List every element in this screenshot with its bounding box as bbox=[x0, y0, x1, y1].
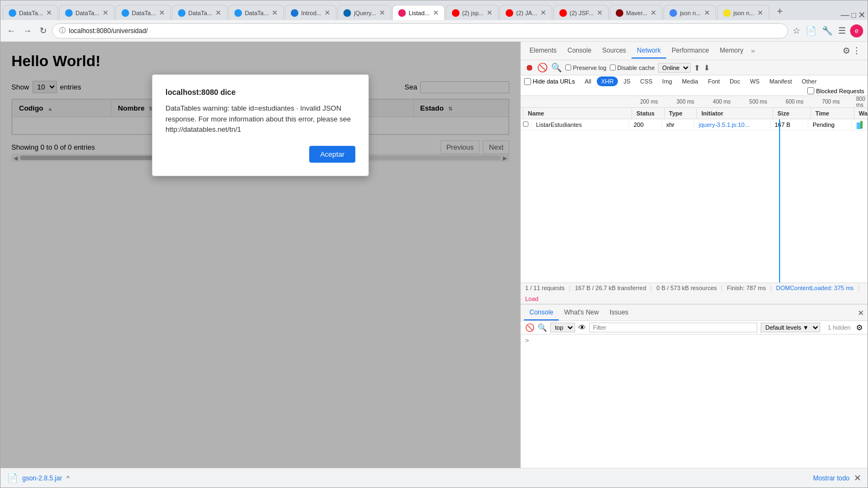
header-size[interactable]: Size bbox=[773, 108, 811, 119]
disable-cache-checkbox[interactable] bbox=[610, 65, 616, 70]
new-tab-button[interactable]: + bbox=[773, 6, 787, 17]
filter-doc[interactable]: Doc bbox=[725, 76, 745, 86]
tab-close-11[interactable]: ✕ bbox=[597, 9, 603, 17]
window-maximize[interactable]: □ bbox=[852, 11, 856, 20]
tab-3[interactable]: DataTa... ✕ bbox=[116, 5, 171, 20]
clear-button[interactable]: 🚫 bbox=[537, 62, 548, 73]
tab-close-7[interactable]: ✕ bbox=[379, 9, 385, 17]
tab-close-6[interactable]: ✕ bbox=[324, 9, 330, 17]
blocked-requests-checkbox[interactable] bbox=[807, 87, 814, 94]
filter-font[interactable]: Font bbox=[704, 76, 724, 86]
throttle-select[interactable]: Online bbox=[658, 63, 691, 73]
show-all-downloads[interactable]: Mostrar todo bbox=[813, 474, 850, 482]
devtools-tab-performance[interactable]: Performance bbox=[666, 43, 714, 59]
profile-avatar[interactable]: e bbox=[850, 24, 863, 37]
console-prompt[interactable]: > bbox=[525, 337, 529, 344]
preserve-log-checkbox[interactable] bbox=[565, 65, 571, 70]
tab-10[interactable]: (2) JA... ✕ bbox=[500, 5, 552, 20]
console-context-select[interactable]: top bbox=[550, 323, 575, 332]
hide-data-urls-checkbox[interactable] bbox=[524, 78, 531, 85]
console-tab-issues[interactable]: Issues bbox=[604, 305, 634, 320]
disable-cache-label[interactable]: Disable cache bbox=[610, 65, 655, 71]
console-filter-input[interactable] bbox=[589, 323, 757, 332]
tab-close-8[interactable]: ✕ bbox=[433, 9, 439, 17]
download-bar-close[interactable]: ✕ bbox=[854, 473, 861, 483]
header-waterfall[interactable]: Waterfall bbox=[854, 108, 867, 119]
tab-6[interactable]: Introd... ✕ bbox=[285, 5, 336, 20]
devtools-tab-sources[interactable]: Sources bbox=[597, 43, 631, 59]
window-minimize[interactable]: — bbox=[841, 10, 850, 20]
header-initiator[interactable]: Initiator bbox=[697, 108, 773, 119]
row-checkbox-0[interactable] bbox=[521, 121, 532, 128]
hide-data-urls-label[interactable]: Hide data URLs bbox=[524, 78, 575, 85]
user-menu-icon[interactable]: ☰ bbox=[837, 24, 847, 37]
tab-12[interactable]: Maver... ✕ bbox=[610, 5, 662, 20]
tab-close-5[interactable]: ✕ bbox=[272, 9, 278, 17]
download-filename[interactable]: gson-2.8.5.jar bbox=[22, 474, 62, 482]
tab-8[interactable]: Listad... ✕ bbox=[392, 5, 445, 20]
tab-close-2[interactable]: ✕ bbox=[103, 9, 108, 17]
tab-11[interactable]: (2) JSF... ✕ bbox=[553, 5, 609, 20]
acrobat-icon[interactable]: 📄 bbox=[805, 24, 818, 37]
console-eye-icon[interactable]: 👁 bbox=[578, 323, 586, 332]
console-tab-console[interactable]: Console bbox=[524, 305, 559, 320]
console-filter-icon[interactable]: 🔍 bbox=[538, 323, 547, 332]
tab-4[interactable]: DataTa... ✕ bbox=[172, 5, 227, 20]
devtools-tab-console[interactable]: Console bbox=[562, 43, 597, 59]
tab-close-1[interactable]: ✕ bbox=[46, 9, 52, 17]
tab-close-4[interactable]: ✕ bbox=[215, 9, 221, 17]
address-bar[interactable]: ⓘ localhost:8080/universidad/ bbox=[52, 23, 788, 38]
network-row-0[interactable]: ListarEstudiantes 200 xhr jquery-3.5.1.j… bbox=[521, 119, 867, 131]
tab-close-10[interactable]: ✕ bbox=[540, 9, 546, 17]
devtools-tab-elements[interactable]: Elements bbox=[524, 43, 562, 59]
extensions-icon[interactable]: 🔧 bbox=[821, 24, 834, 37]
header-time[interactable]: Time bbox=[811, 108, 854, 119]
console-clear-icon[interactable]: 🚫 bbox=[525, 323, 534, 332]
export-icon[interactable]: ⬇ bbox=[704, 63, 710, 72]
header-name[interactable]: Name bbox=[524, 108, 632, 119]
filter-js[interactable]: JS bbox=[619, 76, 635, 86]
devtools-settings-icon[interactable]: ⚙ bbox=[843, 46, 850, 56]
tab-close-14[interactable]: ✕ bbox=[757, 9, 763, 17]
devtools-more-tabs[interactable]: » bbox=[749, 47, 757, 55]
tab-close-3[interactable]: ✕ bbox=[159, 9, 165, 17]
filter-manifest[interactable]: Manifest bbox=[765, 76, 796, 86]
filter-xhr[interactable]: XHR bbox=[597, 76, 618, 86]
download-chevron-icon[interactable]: ^ bbox=[66, 474, 69, 482]
console-settings-icon[interactable]: ⚙ bbox=[856, 323, 863, 332]
tab-close-12[interactable]: ✕ bbox=[650, 9, 656, 17]
tab-2[interactable]: DataTa... ✕ bbox=[59, 5, 114, 20]
tab-5[interactable]: DataTa... ✕ bbox=[228, 5, 284, 20]
filter-img[interactable]: Img bbox=[658, 76, 676, 86]
filter-ws[interactable]: WS bbox=[745, 76, 764, 86]
dialog-accept-button[interactable]: Aceptar bbox=[309, 146, 355, 163]
record-button[interactable]: ⏺ bbox=[525, 63, 534, 73]
tab-14[interactable]: json n... ✕ bbox=[717, 5, 770, 20]
filter-css[interactable]: CSS bbox=[636, 76, 657, 86]
devtools-more-icon[interactable]: ⋮ bbox=[852, 46, 861, 56]
tab-13[interactable]: json n... ✕ bbox=[663, 5, 716, 20]
reload-button[interactable]: ↻ bbox=[37, 23, 49, 38]
tab-9[interactable]: (2) jsp... ✕ bbox=[446, 5, 499, 20]
devtools-tab-network[interactable]: Network bbox=[631, 43, 666, 59]
tab-close-13[interactable]: ✕ bbox=[704, 9, 710, 17]
filter-all[interactable]: All bbox=[580, 76, 596, 86]
window-close[interactable]: ✕ bbox=[858, 10, 865, 20]
preserve-log-label[interactable]: Preserve log bbox=[565, 65, 607, 71]
back-button[interactable]: ← bbox=[5, 24, 18, 38]
forward-button[interactable]: → bbox=[21, 24, 34, 38]
console-close-button[interactable]: ✕ bbox=[858, 309, 864, 317]
filter-media[interactable]: Media bbox=[678, 76, 703, 86]
console-levels-select[interactable]: Default levels ▼ bbox=[761, 323, 820, 332]
tab-7[interactable]: jQuery... ✕ bbox=[337, 5, 391, 20]
console-tab-whatsnew[interactable]: What's New bbox=[559, 305, 604, 320]
filter-other[interactable]: Other bbox=[797, 76, 821, 86]
header-type[interactable]: Type bbox=[665, 108, 697, 119]
tab-close-9[interactable]: ✕ bbox=[487, 9, 493, 17]
bookmark-icon[interactable]: ☆ bbox=[792, 24, 801, 37]
blocked-requests-label[interactable]: Blocked Requests bbox=[807, 87, 864, 94]
header-status[interactable]: Status bbox=[632, 108, 665, 119]
import-icon[interactable]: ⬆ bbox=[694, 63, 700, 72]
tab-1[interactable]: DataTa... ✕ bbox=[3, 5, 58, 20]
filter-icon[interactable]: 🔍 bbox=[551, 62, 562, 73]
